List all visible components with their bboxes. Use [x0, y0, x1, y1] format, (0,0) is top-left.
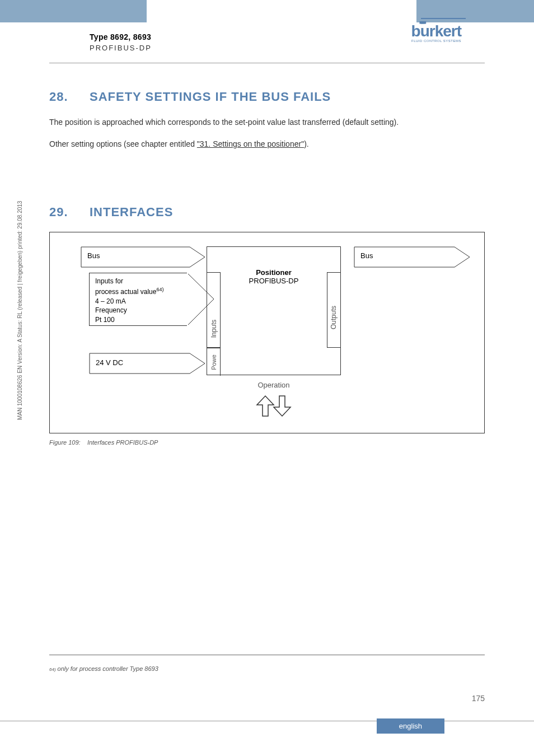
section-28-para2: Other setting options (see chapter entit…: [49, 138, 485, 150]
inputs-port-label: Inputs: [210, 319, 218, 338]
inputs-line1: Inputs for: [95, 277, 181, 286]
operation-arrows: [207, 395, 341, 419]
page-number: 175: [472, 694, 485, 703]
positioner-title: Positioner: [207, 268, 340, 277]
figure-caption: Figure 109: Interfaces PROFIBUS-DP: [49, 439, 485, 446]
inputs-line2: process actual value64): [95, 286, 181, 297]
outputs-port-label: Outputs: [330, 306, 338, 329]
section-28-title: 28.SAFETY SETTINGS IF THE BUS FAILS: [49, 90, 485, 104]
bottom-divider: [0, 721, 534, 721]
inputs-line5: Pt 100: [95, 315, 181, 325]
logo-text: ▪▪▪▪ burkert: [411, 22, 461, 40]
section-29-title: 29.INTERFACES: [49, 205, 485, 220]
footnote-divider: [49, 655, 485, 655]
bus-output-label: Bus: [360, 251, 373, 260]
section-29-number: 29.: [49, 205, 90, 220]
operation-label: Operation: [207, 381, 341, 389]
power-port: Powe: [207, 348, 221, 376]
profibus-text: PROFIBUS-DP: [90, 44, 152, 52]
footnote: 64) only for process controller Type 869…: [49, 665, 158, 672]
document-header: Type 8692, 8693 PROFIBUS-DP: [90, 32, 152, 52]
positioner-subtitle: PROFIBUS-DP: [207, 277, 340, 285]
section-28-number: 28.: [49, 90, 90, 104]
bidirectional-arrows-icon: [251, 395, 296, 417]
top-right-bar: [416, 0, 534, 22]
top-left-bar: [0, 0, 147, 22]
dc-input-label: 24 V DC: [96, 358, 123, 367]
interfaces-diagram: Bus Inputs for process actual value64) 4…: [49, 232, 485, 433]
inputs-line3: 4 – 20 mA: [95, 297, 181, 306]
language-tab: english: [377, 718, 444, 734]
inputs-line4: Frequency: [95, 306, 181, 315]
bus-input-shape: Bus: [81, 246, 207, 270]
type-text: Type 8692, 8693: [90, 32, 152, 41]
burkert-logo: ▪▪▪▪ burkert FLUID CONTROL SYSTEMS: [411, 22, 461, 43]
bus-output-shape: Bus: [354, 246, 471, 270]
main-content: 28.SAFETY SETTINGS IF THE BUS FAILS The …: [49, 90, 485, 446]
dc-input-shape: 24 V DC: [89, 353, 207, 376]
power-port-label: Powe: [210, 354, 217, 370]
process-inputs-box: Inputs for process actual value64) 4 – 2…: [89, 273, 188, 326]
side-metadata: MAN 1000108626 EN Version: A Status: RL …: [17, 201, 23, 420]
bus-input-label: Bus: [87, 251, 100, 260]
header-divider: [49, 63, 485, 63]
positioner-text: Positioner PROFIBUS-DP: [207, 268, 340, 285]
section-29: 29.INTERFACES Bus Inputs for process act…: [49, 205, 485, 446]
section-28-para1: The position is approached which corresp…: [49, 116, 485, 128]
positioner-block: Inputs Powe Outputs Positioner PROFIBUS-…: [207, 246, 341, 375]
